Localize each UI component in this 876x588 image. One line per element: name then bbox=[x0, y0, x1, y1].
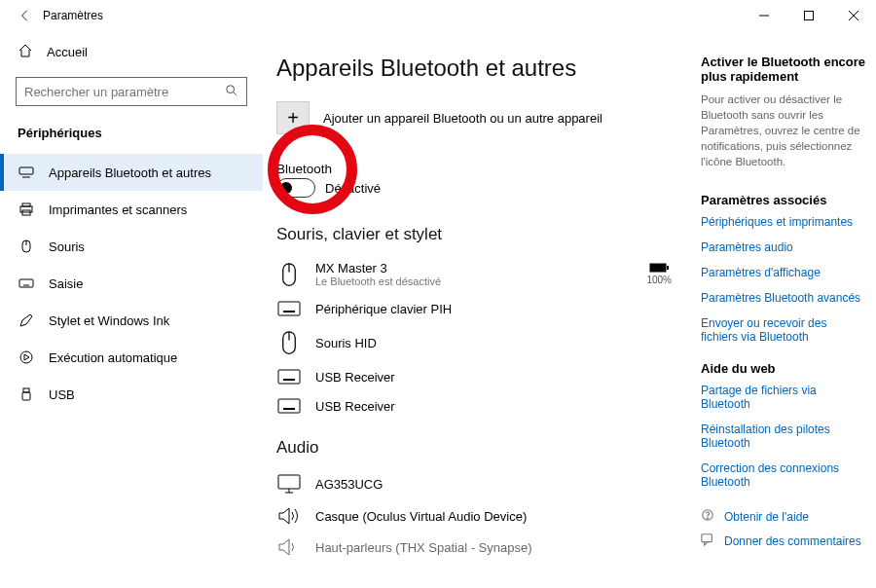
svg-line-5 bbox=[234, 92, 237, 95]
pen-icon bbox=[18, 312, 35, 328]
sidebar-item-bluetooth-devices[interactable]: Appareils Bluetooth et autres bbox=[0, 154, 263, 191]
sidebar: Accueil Périphériques Appareils Bluetoot… bbox=[0, 31, 263, 588]
help-icon bbox=[701, 508, 714, 525]
device-name: AG353UCG bbox=[315, 477, 383, 492]
mouse-icon bbox=[276, 330, 302, 355]
sidebar-home-label: Accueil bbox=[47, 45, 88, 59]
svg-point-18 bbox=[20, 351, 32, 363]
sidebar-item-label: Appareils Bluetooth et autres bbox=[49, 165, 211, 180]
sidebar-item-label: USB bbox=[49, 387, 75, 402]
home-icon bbox=[18, 43, 33, 61]
sidebar-item-printers[interactable]: Imprimantes et scanners bbox=[0, 191, 263, 228]
titlebar: Paramètres bbox=[0, 0, 876, 31]
keyboard-icon bbox=[276, 398, 302, 414]
search-input[interactable] bbox=[24, 85, 225, 99]
section-mouse-keyboard: Souris, clavier et stylet bbox=[276, 225, 701, 244]
section-audio: Audio bbox=[276, 438, 701, 458]
sidebar-item-usb[interactable]: USB bbox=[0, 376, 263, 413]
add-device-label: Ajouter un appareil Bluetooth ou un autr… bbox=[323, 111, 602, 126]
sidebar-item-typing[interactable]: Saisie bbox=[0, 265, 263, 302]
device-name: Casque (Oculus Virtual Audio Device) bbox=[315, 509, 527, 524]
keyboard-icon bbox=[276, 369, 302, 385]
mouse-icon bbox=[276, 262, 302, 287]
device-row[interactable]: Périphérique clavier PIH bbox=[276, 294, 701, 323]
keyboard-icon bbox=[18, 276, 35, 291]
minimize-button[interactable] bbox=[742, 0, 786, 31]
svg-point-52 bbox=[707, 518, 708, 519]
svg-rect-13 bbox=[19, 279, 33, 287]
feedback-icon bbox=[701, 533, 714, 549]
svg-rect-48 bbox=[278, 475, 300, 489]
sidebar-item-mouse[interactable]: Souris bbox=[0, 228, 263, 265]
side-panel: Activer le Bluetooth encore plus rapidem… bbox=[701, 55, 872, 588]
device-row[interactable]: Haut-parleurs (THX Spatial - Synapse) bbox=[276, 532, 701, 563]
related-link[interactable]: Périphériques et imprimantes bbox=[701, 215, 866, 229]
bluetooth-label: Bluetooth bbox=[276, 162, 701, 176]
printer-icon bbox=[18, 202, 35, 217]
device-name: USB Receiver bbox=[315, 399, 395, 414]
svg-rect-34 bbox=[278, 370, 300, 384]
back-button[interactable] bbox=[12, 9, 39, 22]
page-heading: Appareils Bluetooth et autres bbox=[276, 55, 701, 82]
battery-percent: 100% bbox=[646, 275, 672, 285]
device-name: USB Receiver bbox=[315, 370, 395, 385]
web-heading: Aide du web bbox=[701, 361, 866, 376]
usb-icon bbox=[18, 386, 35, 402]
svg-rect-6 bbox=[19, 167, 33, 174]
add-device-row[interactable]: + Ajouter un appareil Bluetooth ou un au… bbox=[276, 101, 701, 134]
svg-rect-53 bbox=[702, 534, 712, 542]
device-row[interactable]: Casque (Oculus Virtual Audio Device) bbox=[276, 500, 701, 532]
feedback-link[interactable]: Donner des commentaires bbox=[701, 533, 866, 549]
help-label[interactable]: Obtenir de l'aide bbox=[724, 510, 809, 524]
sidebar-home[interactable]: Accueil bbox=[0, 37, 263, 67]
related-link[interactable]: Envoyer ou recevoir des fichiers via Blu… bbox=[701, 316, 866, 344]
svg-rect-23 bbox=[650, 264, 667, 273]
close-button[interactable] bbox=[831, 0, 876, 31]
web-link[interactable]: Correction des connexions Bluetooth bbox=[701, 461, 866, 489]
maximize-button[interactable] bbox=[786, 0, 831, 31]
keyboard-icon bbox=[276, 301, 302, 316]
add-device-button[interactable]: + bbox=[276, 101, 310, 134]
svg-rect-19 bbox=[23, 388, 29, 392]
web-link[interactable]: Réinstallation des pilotes Bluetooth bbox=[701, 423, 866, 450]
bluetooth-state: Désactivé bbox=[325, 181, 381, 196]
speaker-icon bbox=[276, 507, 302, 525]
device-row[interactable]: AG353UCG bbox=[276, 467, 701, 500]
device-row[interactable]: MX Master 3 Le Bluetooth est désactivé 1… bbox=[276, 254, 701, 294]
related-link[interactable]: Paramètres d'affichage bbox=[701, 266, 866, 279]
device-name: Souris HID bbox=[315, 336, 377, 350]
svg-rect-20 bbox=[22, 392, 30, 400]
svg-rect-1 bbox=[805, 12, 814, 20]
sidebar-item-pen[interactable]: Stylet et Windows Ink bbox=[0, 302, 263, 339]
sidebar-item-label: Saisie bbox=[49, 276, 83, 291]
web-link[interactable]: Partage de fichiers via Bluetooth bbox=[701, 384, 866, 411]
svg-rect-41 bbox=[278, 399, 300, 413]
bluetooth-toggle[interactable] bbox=[276, 178, 315, 198]
device-row[interactable]: USB Receiver bbox=[276, 362, 701, 391]
sidebar-item-label: Exécution automatique bbox=[49, 350, 177, 365]
related-link[interactable]: Paramètres audio bbox=[701, 240, 866, 254]
help-link[interactable]: Obtenir de l'aide bbox=[701, 508, 866, 525]
search-box[interactable] bbox=[16, 77, 247, 106]
sidebar-item-label: Imprimantes et scanners bbox=[49, 202, 187, 217]
device-name: Haut-parleurs (THX Spatial - Synapse) bbox=[315, 540, 532, 555]
tip-heading: Activer le Bluetooth encore plus rapidem… bbox=[701, 55, 866, 84]
svg-rect-24 bbox=[667, 266, 669, 270]
device-sub: Le Bluetooth est désactivé bbox=[315, 276, 441, 287]
related-heading: Paramètres associés bbox=[701, 193, 866, 207]
search-icon bbox=[225, 84, 238, 100]
sidebar-item-autoplay[interactable]: Exécution automatique bbox=[0, 339, 263, 376]
tip-text: Pour activer ou désactiver le Bluetooth … bbox=[701, 92, 866, 169]
main-panel: Appareils Bluetooth et autres + Ajouter … bbox=[263, 55, 701, 588]
speaker-icon bbox=[276, 538, 302, 556]
sidebar-item-label: Stylet et Windows Ink bbox=[49, 313, 169, 328]
device-row[interactable]: Souris HID bbox=[276, 323, 701, 362]
battery-icon bbox=[649, 263, 669, 273]
feedback-label[interactable]: Donner des commentaires bbox=[724, 534, 861, 548]
sidebar-category: Périphériques bbox=[0, 120, 263, 154]
mouse-icon bbox=[18, 239, 35, 254]
window-title: Paramètres bbox=[43, 9, 742, 22]
svg-point-4 bbox=[227, 85, 235, 92]
related-link[interactable]: Paramètres Bluetooth avancés bbox=[701, 291, 866, 305]
device-row[interactable]: USB Receiver bbox=[276, 391, 701, 421]
